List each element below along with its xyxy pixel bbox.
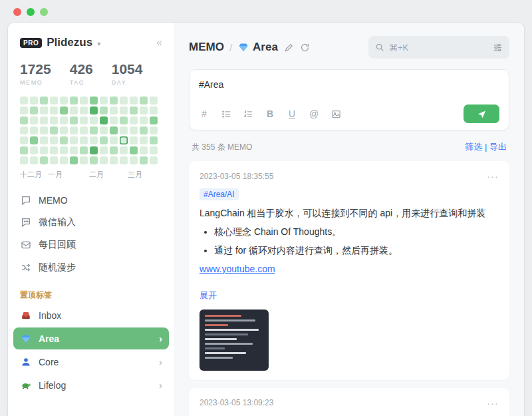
memo-image-thumbnail[interactable] <box>200 310 269 371</box>
breadcrumb-separator: / <box>229 42 232 53</box>
heatmap-cell <box>60 116 68 124</box>
sidebar-item-微信输入[interactable]: 微信输入 <box>20 211 162 234</box>
heatmap-cell <box>60 156 68 164</box>
stat-value: 1725 <box>20 61 51 77</box>
hash-icon[interactable]: # <box>199 108 209 119</box>
editor-toolbar: #BU@ <box>199 104 499 123</box>
heatmap-cell <box>40 156 48 164</box>
heatmap-cell <box>80 146 88 154</box>
heatmap-cell <box>110 136 118 144</box>
search-input[interactable]: ⌘+K <box>368 36 509 59</box>
breadcrumb-current: Area <box>253 41 278 54</box>
heatmap-cell <box>110 106 118 114</box>
memo-bullet-list: 核心理念 Chain Of Thoughts。通过 for 循环对内容进行查询，… <box>200 223 499 260</box>
heatmap-cell <box>150 146 158 154</box>
image-icon[interactable] <box>331 109 341 119</box>
memo-bullet: 通过 for 循环对内容进行查询，然后再拼装。 <box>214 242 499 260</box>
workspace-title[interactable]: Plidezus <box>47 36 92 49</box>
send-button[interactable] <box>464 104 499 123</box>
close-window-button[interactable] <box>13 8 21 16</box>
sidebar-item-随机漫步[interactable]: 随机漫步 <box>20 256 162 279</box>
expand-link[interactable]: 展开 <box>200 290 499 302</box>
heatmap-cell <box>140 97 148 104</box>
heatmap-cell <box>100 146 108 154</box>
heatmap-cell <box>140 146 148 154</box>
heatmap-cell <box>130 126 138 134</box>
filter-link[interactable]: 筛选 <box>465 142 482 152</box>
collapse-sidebar-icon[interactable]: « <box>156 37 162 49</box>
more-icon[interactable]: ··· <box>487 397 499 409</box>
heatmap-cell <box>130 156 138 164</box>
chevron-right-icon[interactable]: › <box>159 356 162 367</box>
stat-value: 1054 <box>112 61 143 77</box>
heatmap-cell <box>100 106 108 114</box>
heatmap-cell <box>90 146 98 154</box>
tag-item-lifelog[interactable]: Lifelog› <box>13 374 169 396</box>
sidebar-item-每日回顾[interactable]: 每日回顾 <box>20 234 162 256</box>
heatmap-cell <box>30 136 38 144</box>
heatmap-cell <box>60 136 68 144</box>
brand-row: PRO Plidezus ▾ « <box>20 36 162 49</box>
zoom-window-button[interactable] <box>40 8 48 16</box>
list-links: 筛选 | 导出 <box>465 141 507 153</box>
window-controls <box>13 8 48 16</box>
heatmap-cell <box>20 156 28 164</box>
filter-sliders-icon[interactable] <box>493 43 503 53</box>
heatmap-cell <box>90 136 98 144</box>
memo-text: LangChain 相当于胶水，可以连接到不同的 api，用来进行查询和拼装 <box>200 206 499 220</box>
ordered-list-icon[interactable] <box>243 109 253 119</box>
bullet-list-icon[interactable] <box>221 109 231 119</box>
editor-input[interactable]: #Area <box>199 79 499 95</box>
mention-icon[interactable]: @ <box>309 108 319 119</box>
stat-memo: 1725 MEMO <box>20 61 51 86</box>
heatmap-cell <box>60 126 68 134</box>
chevron-right-icon[interactable]: › <box>159 379 162 391</box>
underline-icon[interactable]: U <box>287 108 297 119</box>
heatmap-cell <box>50 97 58 104</box>
turtle-icon <box>20 380 32 391</box>
bold-icon[interactable]: B <box>265 108 275 119</box>
menu-item-label: 随机漫步 <box>39 262 76 274</box>
heatmap-cell <box>110 116 118 124</box>
sidebar-item-memo[interactable]: MEMO <box>20 190 162 211</box>
heatmap-cell <box>30 97 38 104</box>
sync-icon[interactable] <box>300 43 310 53</box>
heatmap-cell <box>120 156 128 164</box>
memo-count: 共 355 条 MEMO <box>192 142 252 153</box>
heatmap-cell <box>110 156 118 164</box>
edit-title-icon[interactable] <box>284 43 294 53</box>
heatmap-cell <box>50 106 58 114</box>
heatmap-cell <box>30 116 38 124</box>
memo-card: 2023-03-05 13:09:23 ···#Area/AI Notion A… <box>189 388 509 416</box>
chevron-down-icon[interactable]: ▾ <box>97 40 100 47</box>
heatmap-cell <box>60 97 68 104</box>
menu-item-label: MEMO <box>39 195 68 206</box>
tag-item-area[interactable]: Area› <box>13 327 169 349</box>
pro-badge: PRO <box>20 38 42 48</box>
breadcrumb-root[interactable]: MEMO <box>189 41 224 54</box>
breadcrumb-gem-slot <box>237 42 249 53</box>
walk-icon <box>20 262 32 273</box>
search-shortcut: ⌘+K <box>389 43 408 53</box>
heatmap-cell <box>50 116 58 124</box>
export-link[interactable]: 导出 <box>489 142 507 152</box>
memo-tag-chip[interactable]: #Area/AI <box>200 188 239 200</box>
tag-list: InboxArea›Core›Lifelog› <box>20 305 162 396</box>
minimize-window-button[interactable] <box>27 8 35 16</box>
tag-item-inbox[interactable]: Inbox <box>13 305 169 326</box>
heatmap-cell <box>50 146 58 154</box>
stats: 1725 MEMO426 TAG1054 DAY <box>20 61 162 86</box>
thumbnail-text-line <box>205 333 248 335</box>
more-icon[interactable]: ··· <box>487 170 499 182</box>
heatmap-cell <box>130 97 138 104</box>
chevron-right-icon[interactable]: › <box>159 333 162 344</box>
heatmap-cell <box>150 156 158 164</box>
stat-tag: 426 TAG <box>70 61 93 86</box>
stat-label: TAG <box>70 79 93 86</box>
heatmap-cell <box>50 156 58 164</box>
month-label: 二月 <box>89 170 104 180</box>
tag-item-core[interactable]: Core› <box>13 351 169 373</box>
memo-link[interactable]: www.youtube.com <box>200 264 275 274</box>
thumbnail-text-line <box>205 343 253 345</box>
heatmap-cell <box>140 126 148 134</box>
